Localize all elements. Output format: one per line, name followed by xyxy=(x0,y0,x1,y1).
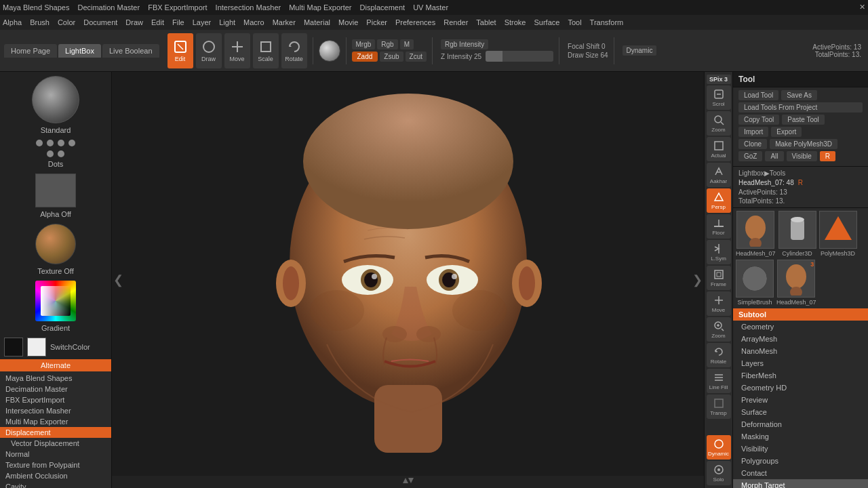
color-white[interactable] xyxy=(27,338,46,357)
menu-file[interactable]: File xyxy=(172,18,184,26)
thumb-headmesh[interactable]: HeadMesh_07 xyxy=(736,211,776,257)
actual-btn[interactable]: Actual xyxy=(707,137,731,161)
make-polymesh-btn[interactable]: Make PolyMesh3D xyxy=(770,139,837,149)
thumb-headmesh2[interactable]: 3 HeadMesh_07 xyxy=(776,260,816,306)
nav-ao[interactable]: Ambient Occlusion xyxy=(0,470,111,481)
move-button[interactable]: Move xyxy=(224,33,250,68)
zoom-btn[interactable]: Zoom xyxy=(707,111,731,136)
tab-lightbox[interactable]: LightBox xyxy=(58,44,101,58)
menu-intersection[interactable]: Intersection Masher xyxy=(216,3,281,12)
menu-preferences[interactable]: Preferences xyxy=(395,18,435,26)
tab-liveboolean[interactable]: Live Boolean xyxy=(102,44,159,58)
floor-btn[interactable]: Floor xyxy=(707,214,731,239)
menu-layers[interactable]: Layers xyxy=(733,357,868,369)
menu-fbx[interactable]: FBX ExportImport xyxy=(148,3,207,12)
visible-btn[interactable]: Visible xyxy=(787,151,817,161)
canvas-left-arrow[interactable]: ❮ xyxy=(113,272,123,287)
import-btn[interactable]: Import xyxy=(738,127,768,137)
rotate-icon-btn[interactable]: Rotate xyxy=(707,343,731,367)
menu-maya-blend[interactable]: Maya Blend Shapes xyxy=(3,3,69,12)
edit-button[interactable]: Edit xyxy=(167,33,193,68)
thumb-simplebrush[interactable]: SimpleBrush xyxy=(736,260,774,306)
m-btn[interactable]: M xyxy=(400,39,414,49)
menu-multimap[interactable]: Multi Map Exporter xyxy=(289,3,351,12)
frame-btn[interactable]: Frame xyxy=(707,266,731,290)
menu-transform[interactable]: Transform xyxy=(590,18,624,26)
color-black[interactable] xyxy=(4,338,23,357)
menu-polygroups[interactable]: Polygroups xyxy=(733,455,868,467)
zintensity-slider[interactable] xyxy=(486,51,553,62)
menu-nanomesh[interactable]: NanoMesh xyxy=(733,345,868,357)
rgb-btn[interactable]: Rgb xyxy=(377,39,397,49)
menu-fibermesh[interactable]: FiberMesh xyxy=(733,369,868,382)
menu-visibility[interactable]: Visibility xyxy=(733,443,868,455)
spix-area[interactable]: SPix 3 xyxy=(707,75,731,84)
menu-document[interactable]: Document xyxy=(83,18,117,26)
paste-tool-btn[interactable]: Paste Tool xyxy=(782,115,825,125)
nav-cavity[interactable]: Cavity xyxy=(0,481,111,488)
nav-decimation[interactable]: Decimation Master xyxy=(0,384,111,394)
nav-maya[interactable]: Maya Blend Shapes xyxy=(0,373,111,384)
goz-btn[interactable]: GoZ xyxy=(738,151,762,161)
scroll-btn[interactable]: Scrol xyxy=(707,85,731,110)
load-tool-btn[interactable]: Load Tool xyxy=(738,90,778,100)
lsym-btn[interactable]: L.Sym xyxy=(707,240,731,264)
menu-uvmaster[interactable]: UV Master xyxy=(413,3,448,12)
all-btn[interactable]: All xyxy=(765,151,783,161)
export-btn[interactable]: Export xyxy=(771,127,802,137)
menu-contact[interactable]: Contact xyxy=(733,467,868,479)
menu-brush[interactable]: Brush xyxy=(30,18,50,26)
rotate-button[interactable]: Rotate xyxy=(281,33,307,68)
tab-homepage[interactable]: Home Page xyxy=(4,44,57,58)
menu-movie[interactable]: Movie xyxy=(338,18,358,26)
alternate-btn[interactable]: Alternate xyxy=(0,359,111,371)
texture-sphere[interactable] xyxy=(35,224,76,264)
r-btn[interactable]: R xyxy=(820,151,835,161)
persp-btn[interactable]: Persp xyxy=(707,188,731,213)
load-tools-project-btn[interactable]: Load Tools From Project xyxy=(738,102,863,113)
zadd-btn[interactable]: Zadd xyxy=(352,52,378,62)
menu-stroke[interactable]: Stroke xyxy=(505,18,526,26)
linefill-btn[interactable]: Line Fill xyxy=(707,369,731,393)
nav-displacement[interactable]: Displacement xyxy=(0,427,111,438)
nav-intersection[interactable]: Intersection Masher xyxy=(0,405,111,416)
menu-picker[interactable]: Picker xyxy=(366,18,387,26)
menu-macro[interactable]: Macro xyxy=(243,18,264,26)
menu-arraymesh[interactable]: ArrayMesh xyxy=(733,333,868,345)
menu-surface[interactable]: Surface xyxy=(733,406,868,418)
clone-btn[interactable]: Clone xyxy=(738,139,767,149)
alpha-box[interactable] xyxy=(35,174,76,207)
draw-button[interactable]: Draw xyxy=(196,33,222,68)
menu-render[interactable]: Render xyxy=(443,18,468,26)
menu-alpha[interactable]: Alpha xyxy=(3,18,22,26)
thumb-polymesh[interactable]: PolyMesh3D xyxy=(819,211,857,257)
headmesh-r[interactable]: R xyxy=(798,179,803,186)
copy-tool-btn[interactable]: Copy Tool xyxy=(738,115,779,125)
nav-normal[interactable]: Normal xyxy=(0,449,111,460)
nav-multimap[interactable]: Multi Map Exporter xyxy=(0,416,111,427)
menu-material[interactable]: Material xyxy=(304,18,330,26)
menu-deformation[interactable]: Deformation xyxy=(733,418,868,430)
menu-light[interactable]: Light xyxy=(219,18,235,26)
menu-surface[interactable]: Surface xyxy=(534,18,559,26)
menu-displacement[interactable]: Displacement xyxy=(360,3,406,12)
nav-fbx[interactable]: FBX ExportImport xyxy=(0,394,111,405)
mrgb-btn[interactable]: Mrgb xyxy=(352,39,376,49)
dynamic-icon-btn[interactable]: Dynamic xyxy=(707,435,731,460)
dynamic-btn[interactable]: Dynamic xyxy=(623,45,657,56)
menu-decimation[interactable]: Decimation Master xyxy=(77,3,140,12)
menu-draw[interactable]: Draw xyxy=(125,18,143,26)
menu-marker[interactable]: Marker xyxy=(273,18,296,26)
menu-edit[interactable]: Edit xyxy=(151,18,164,26)
scale-button[interactable]: Scale xyxy=(253,33,279,68)
menu-tool[interactable]: Tool xyxy=(568,18,581,26)
nav-vector[interactable]: Vector Displacement xyxy=(0,438,111,449)
menu-morphtarget[interactable]: Morph Target xyxy=(733,479,868,488)
transp-btn[interactable]: Transp xyxy=(707,394,731,419)
menu-preview[interactable]: Preview xyxy=(733,394,868,406)
menu-layer[interactable]: Layer xyxy=(193,18,212,26)
brush-sphere[interactable] xyxy=(319,40,340,62)
menu-geometryhd[interactable]: Geometry HD xyxy=(733,382,868,394)
color-wheel[interactable] xyxy=(35,281,76,321)
thumb-cylinder[interactable]: Cylinder3D xyxy=(778,211,816,257)
